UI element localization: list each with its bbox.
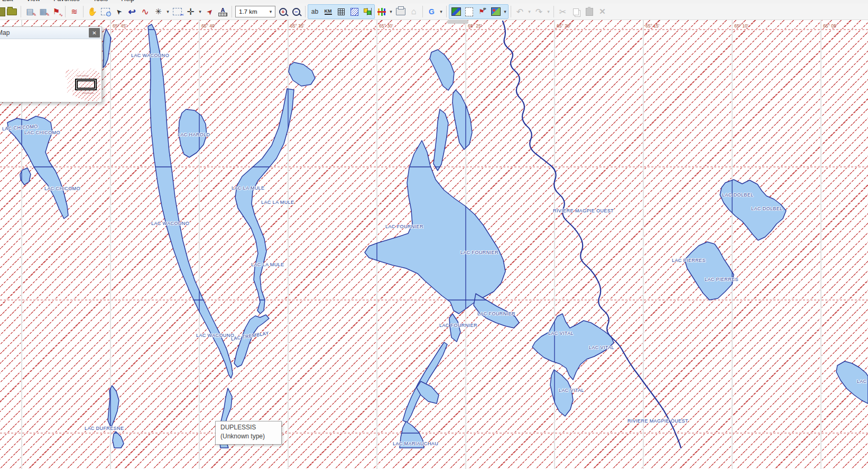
menu-bar: Edit View Favorites Tools Help	[0, 0, 868, 4]
show-map-toggle[interactable]	[449, 5, 463, 18]
track-style-button[interactable]	[375, 5, 388, 18]
track-style-dropdown[interactable]: ▾	[388, 5, 394, 18]
separator	[65, 6, 66, 17]
ab-label: ab	[311, 8, 318, 15]
wand-icon: ✳	[155, 7, 162, 16]
overview-close-button[interactable]: ✕	[89, 28, 100, 37]
dart-icon: ➤	[205, 6, 215, 17]
magnifier-minus-icon: −	[292, 8, 300, 16]
vertices-icon	[363, 8, 372, 15]
river-path	[503, 21, 681, 448]
track-draw-button[interactable]: ∿	[138, 5, 152, 18]
magic-tool-button[interactable]: ✳	[152, 5, 165, 18]
open-file-button[interactable]	[5, 5, 19, 18]
main-toolbar: ▤✎ ▦✎ ⚑∿ ≋ ✋ ➤ ↩ ∿ ✳ ▾ ✂ ✛ ▾ ➤ A 1.7 km▾…	[0, 4, 868, 20]
overlay-map-icon	[491, 7, 501, 16]
feature-tooltip: DUPLESSIS (Unknown type)	[215, 421, 282, 445]
delete-button: ✕	[596, 5, 609, 18]
pencil-icon: ✎	[45, 13, 50, 17]
menu-view[interactable]: View	[26, 0, 40, 3]
separator	[511, 6, 511, 17]
show-waypoints-toggle[interactable]: ⚑P	[476, 5, 489, 18]
cursor-icon: ➤	[114, 7, 123, 16]
overview-map-body[interactable]: DUPLESSISDUPLESSIS	[0, 39, 100, 101]
hand-icon: ✋	[87, 7, 97, 16]
separator	[83, 6, 84, 17]
scale-value: 1.7 km	[239, 8, 257, 15]
magic-tool-dropdown[interactable]: ▾	[165, 5, 171, 18]
squiggle-icon: ∿	[59, 13, 63, 17]
overview-window-title: Map	[0, 29, 10, 36]
separator	[232, 6, 232, 17]
toggle-grid-button[interactable]	[335, 5, 348, 18]
undo-dropdown: ▾	[527, 5, 532, 18]
scale-select[interactable]: 1.7 km▾	[235, 6, 275, 17]
map-calibration-button[interactable]: ▦✎	[36, 5, 50, 18]
zoom-in-button[interactable]: +	[276, 5, 290, 18]
select-tool-button[interactable]: ➤	[112, 5, 125, 18]
track-style-icon	[377, 8, 386, 16]
paste-button	[583, 5, 596, 18]
mini-label: DUPLESSIS	[82, 92, 94, 95]
return-arrow-icon: ↩	[128, 6, 135, 17]
clipped-icon	[0, 7, 5, 16]
magnifier-plus-icon: +	[279, 8, 287, 16]
building-icon: ⌂	[411, 7, 417, 16]
separator	[305, 6, 306, 17]
pan-tool-button[interactable]: ✋	[86, 5, 99, 18]
google-g-icon: G	[429, 7, 435, 16]
move-map-button[interactable]: ✛	[184, 5, 197, 18]
distance-pin-button[interactable]: ➤	[203, 5, 216, 18]
km-label: KM	[325, 8, 332, 15]
separator	[422, 6, 423, 17]
overlay-dropdown[interactable]: ▾	[502, 5, 508, 18]
application-window: 65° 45'65° 40'65° 35'65° 30'65° 25'65° 2…	[0, 0, 868, 469]
buildings-button: ⌂	[407, 5, 420, 18]
route-editor-button[interactable]: ⚑∿	[50, 5, 63, 18]
zoom-rect-icon	[101, 8, 110, 15]
toggle-scalebar-button[interactable]: KM	[321, 5, 335, 18]
show-page-toggle[interactable]	[463, 5, 476, 18]
toggle-labels-button[interactable]: ab	[308, 5, 321, 18]
close-icon: ✕	[92, 30, 96, 36]
zoom-out-button[interactable]: −	[290, 5, 303, 18]
toggle-vertices-button[interactable]	[361, 5, 374, 18]
menu-tools[interactable]: Tools	[93, 0, 108, 3]
separator	[446, 6, 447, 17]
separator	[553, 6, 554, 17]
redo-dropdown: ▾	[546, 5, 551, 18]
map-properties-button[interactable]: ▤✎	[23, 5, 36, 18]
return-to-position-button[interactable]: ↩	[125, 5, 138, 18]
delete-icon: ✕	[599, 7, 606, 16]
overview-map-window: Map ✕ DUPLESSISDUPLESSIS	[0, 26, 102, 102]
overview-view-extent[interactable]	[75, 79, 97, 90]
print-button[interactable]	[394, 5, 407, 18]
undo-button: ↶	[513, 5, 527, 18]
pencil-icon: ✎	[32, 13, 36, 17]
move-cross-icon: ✛	[187, 6, 194, 17]
printer-icon	[396, 8, 405, 15]
move-map-dropdown[interactable]: ▾	[197, 5, 203, 18]
toggle-hatch-button[interactable]	[348, 5, 361, 18]
show-track-button[interactable]: ≋	[68, 5, 81, 18]
swirl-icon: ≋	[71, 7, 78, 16]
lake-polygons	[7, 24, 868, 448]
crop-tool-button[interactable]: ✂	[171, 5, 184, 18]
grid-icon	[338, 8, 345, 15]
show-overlay-toggle[interactable]	[489, 5, 502, 18]
chevron-down-icon: ▾	[266, 9, 275, 14]
copy-icon	[573, 8, 579, 15]
menu-favorites[interactable]: Favorites	[53, 0, 79, 3]
paste-icon	[586, 8, 593, 16]
splitter-handle[interactable]	[447, 20, 468, 24]
menu-edit[interactable]: Edit	[2, 0, 13, 3]
measure-button[interactable]: A	[216, 5, 229, 18]
zoom-select-button[interactable]	[99, 5, 112, 18]
menu-help[interactable]: Help	[121, 0, 134, 3]
ruler-icon: A	[218, 7, 227, 16]
google-dropdown[interactable]: ▾	[438, 5, 444, 18]
google-button[interactable]: G	[425, 5, 438, 18]
map-vector-layer	[0, 20, 868, 469]
overview-title-bar[interactable]: Map ✕	[0, 27, 101, 39]
cut-icon: ✂	[559, 7, 566, 17]
